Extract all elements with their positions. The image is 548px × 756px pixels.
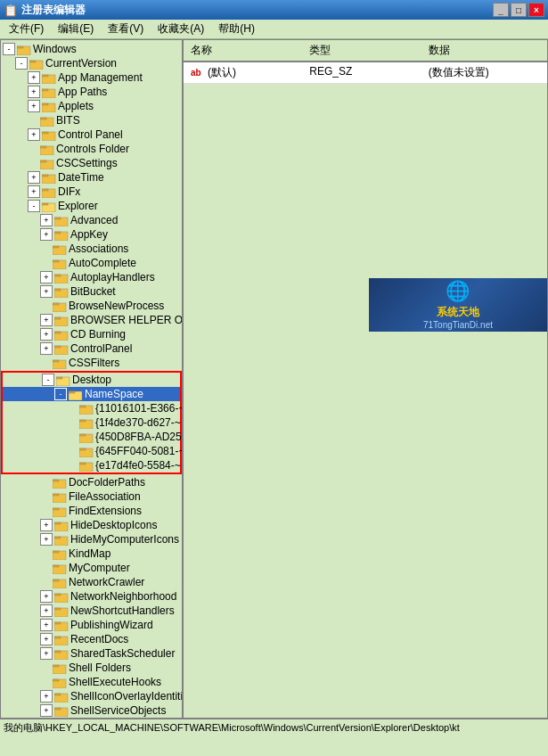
tree-item-bits[interactable]: BITS xyxy=(1,113,182,127)
folder-icon-sharedtask xyxy=(54,647,69,660)
tree-item-windows[interactable]: - Windows xyxy=(1,42,182,56)
tree-item-kindmap[interactable]: KindMap xyxy=(1,546,182,561)
expand-apppaths[interactable]: + xyxy=(28,86,40,98)
minimize-button[interactable]: _ xyxy=(493,3,509,17)
tree-item-guid5[interactable]: {e17d4fe0-5584-~ xyxy=(3,458,180,472)
tree-item-mycomputer[interactable]: MyComputer xyxy=(1,561,182,575)
tree-item-advanced[interactable]: + Advanced xyxy=(1,213,182,227)
expand-pubwiz[interactable]: + xyxy=(40,619,53,631)
expand-recentdocs[interactable]: + xyxy=(40,633,53,645)
tree-item-sharedtask[interactable]: + SharedTaskScheduler xyxy=(1,646,182,661)
tree-item-difx[interactable]: + DIFx xyxy=(1,185,182,199)
tree-item-explorer[interactable]: - Explorer xyxy=(1,199,182,213)
folder-icon-apppaths xyxy=(42,86,56,98)
menu-help[interactable]: 帮助(H) xyxy=(211,20,262,38)
menu-edit[interactable]: 编辑(E) xyxy=(51,20,101,38)
tree-item-docfolderpaths[interactable]: DocFolderPaths xyxy=(1,475,182,489)
tree-item-bitbucket[interactable]: + BitBucket xyxy=(1,284,182,299)
tree-item-netneighborhood[interactable]: + NetworkNeighborhood xyxy=(1,589,182,604)
tree-item-appkey[interactable]: + AppKey xyxy=(1,227,182,242)
tree-item-bho[interactable]: + BROWSER HELPER OBJECTS xyxy=(1,313,182,327)
tree-item-csc[interactable]: CSCSettings xyxy=(1,156,182,170)
expand-bho[interactable]: + xyxy=(40,314,53,326)
svg-rect-87 xyxy=(53,665,59,667)
maximize-button[interactable]: □ xyxy=(511,3,527,17)
folder-icon-guid2 xyxy=(79,416,94,429)
tree-item-hidedesktop[interactable]: + HideDesktopIcons xyxy=(1,518,182,532)
svg-rect-19 xyxy=(42,175,48,177)
expand-applets[interactable]: + xyxy=(28,100,40,112)
tree-panel[interactable]: - Windows - CurrentVersion + App Managem… xyxy=(1,40,184,718)
tree-item-appmgmt[interactable]: + App Management xyxy=(1,70,182,85)
tree-item-namespace[interactable]: - NameSpace xyxy=(3,387,180,401)
label-shellfolders: Shell Folders xyxy=(69,662,131,674)
label-ctrlpanel2: ControlPanel xyxy=(70,342,132,355)
value-row[interactable]: ab (默认) REG_SZ (数值未设置) xyxy=(184,62,547,84)
expand-explorer[interactable]: - xyxy=(28,200,40,212)
tree-item-shellsvc[interactable]: + ShellServiceObjects xyxy=(1,703,182,718)
expand-hidemycomp[interactable]: + xyxy=(40,533,53,546)
expand-difx[interactable]: + xyxy=(28,185,40,198)
tree-item-guid1[interactable]: {11016101-E366-~ xyxy=(3,401,180,415)
expand-datetime[interactable]: + xyxy=(28,171,40,184)
expand-desktop[interactable]: - xyxy=(42,374,54,386)
close-button[interactable]: × xyxy=(528,3,544,17)
svg-rect-25 xyxy=(54,218,61,219)
folder-icon-ctrlsfolder xyxy=(40,143,54,155)
expand-shellicon[interactable]: + xyxy=(40,690,53,703)
tree-item-autoplay[interactable]: + AutoplayHandlers xyxy=(1,270,182,284)
tree-item-newshortcut[interactable]: + NewShortcutHandlers xyxy=(1,604,182,618)
folder-icon-netneighborhood xyxy=(54,590,69,603)
expand-newshortcut[interactable]: + xyxy=(40,604,53,617)
expand-bitbucket[interactable]: + xyxy=(40,285,53,298)
tree-item-pubwiz[interactable]: + PublishingWizard xyxy=(1,618,182,632)
tree-item-cssfilters[interactable]: CSSFilters xyxy=(1,356,182,370)
expand-sharedtask[interactable]: + xyxy=(40,647,53,660)
tree-item-apppaths[interactable]: + App Paths xyxy=(1,85,182,99)
expand-appkey[interactable]: + xyxy=(40,228,53,241)
folder-icon-autocomplete xyxy=(53,257,67,269)
tree-item-shellexec[interactable]: ShellExecuteHooks xyxy=(1,675,182,689)
expand-shellsvc[interactable]: + xyxy=(40,704,53,717)
tree-item-ctrlsfolder[interactable]: Controls Folder xyxy=(1,142,182,156)
expand-advanced[interactable]: + xyxy=(40,214,53,226)
tree-item-cdburning[interactable]: + CD Burning xyxy=(1,327,182,341)
tree-item-browsenewprocess[interactable]: BrowseNewProcess xyxy=(1,299,182,313)
expand-windows[interactable]: - xyxy=(3,43,15,55)
expand-hidedesktop[interactable]: + xyxy=(40,519,53,531)
tree-item-netcrawler[interactable]: NetworkCrawler xyxy=(1,575,182,589)
expand-ctrlpanel2[interactable]: + xyxy=(40,342,53,355)
expand-autoplay[interactable]: + xyxy=(40,271,53,284)
tree-item-applets[interactable]: + Applets xyxy=(1,99,182,113)
tree-item-guid3[interactable]: {450D8FBA-AD25-~ xyxy=(3,430,180,444)
menu-view[interactable]: 查看(V) xyxy=(101,20,151,38)
tree-item-ctrlpanel[interactable]: + Control Panel xyxy=(1,127,182,142)
expand-currentversion[interactable]: - xyxy=(15,57,28,70)
tree-item-shellicon[interactable]: + ShellIconOverlayIdentiti xyxy=(1,689,182,703)
tree-item-assoc[interactable]: Associations xyxy=(1,242,182,256)
label-difx: DIFx xyxy=(58,185,80,198)
col-type-header: 类型 xyxy=(306,42,424,59)
tree-item-recentdocs[interactable]: + RecentDocs xyxy=(1,632,182,646)
expand-ctrlpanel[interactable]: + xyxy=(28,128,40,141)
tree-item-currentversion[interactable]: - CurrentVersion xyxy=(1,56,182,70)
expand-namespace[interactable]: - xyxy=(54,388,67,400)
expand-netneighborhood[interactable]: + xyxy=(40,590,53,603)
tree-item-shellfolders[interactable]: Shell Folders xyxy=(1,661,182,675)
menu-file[interactable]: 文件(F) xyxy=(2,20,51,38)
tree-item-fileassoc[interactable]: FileAssociation xyxy=(1,489,182,504)
folder-icon-explorer xyxy=(42,200,56,212)
tree-item-desktop[interactable]: - Desktop xyxy=(3,373,180,387)
tree-item-datetime[interactable]: + DateTime xyxy=(1,170,182,185)
expand-cdburning[interactable]: + xyxy=(40,328,53,341)
tree-item-guid2[interactable]: {1f4de370-d627-~ xyxy=(3,415,180,430)
svg-rect-63 xyxy=(53,494,59,496)
menu-favorites[interactable]: 收藏夹(A) xyxy=(151,20,211,38)
tree-item-ctrlpanel2[interactable]: + ControlPanel xyxy=(1,341,182,356)
expand-appmgmt[interactable]: + xyxy=(28,71,40,84)
tree-item-findext[interactable]: FindExtensions xyxy=(1,504,182,518)
tree-item-guid4[interactable]: {645FF040-5081-~ xyxy=(3,444,180,458)
tree-item-autocomplete[interactable]: AutoComplete xyxy=(1,256,182,270)
tree-item-hidemycomp[interactable]: + HideMyComputerIcons xyxy=(1,532,182,546)
folder-icon-autoplay xyxy=(54,271,69,284)
